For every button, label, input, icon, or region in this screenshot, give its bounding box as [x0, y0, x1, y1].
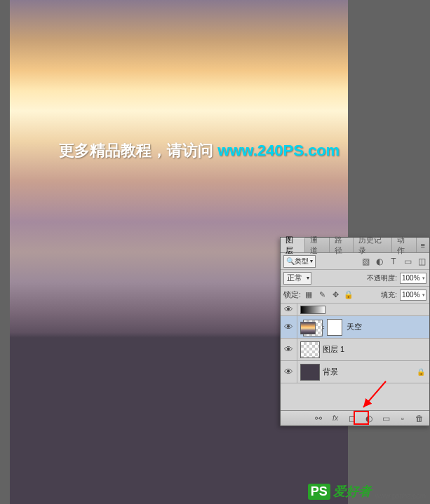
- chevron-down-icon: ▾: [307, 275, 309, 281]
- lock-transparent-icon[interactable]: ▦: [304, 290, 314, 300]
- layer-row-background[interactable]: 👁 背景 🔒: [281, 361, 429, 383]
- filter-shape-icon[interactable]: ▭: [403, 257, 412, 266]
- brand-logo: PS: [308, 484, 330, 500]
- layer-filter-row: 🔍 类型 ▾ ▧ ◐ T ▭ ◫: [281, 253, 429, 270]
- fill-value: 100%: [402, 291, 420, 299]
- layer-row-partial[interactable]: 👁: [281, 304, 429, 316]
- filter-smart-icon[interactable]: ◫: [417, 257, 426, 266]
- visibility-toggle[interactable]: 👁: [281, 361, 297, 383]
- new-layer-icon[interactable]: ▫: [397, 413, 408, 424]
- layer-fx-icon[interactable]: fx: [330, 413, 341, 424]
- layer-thumb-sky: [300, 322, 316, 334]
- filter-text-icon[interactable]: T: [389, 257, 398, 266]
- canvas-watermark: 更多精品教程，请访问 www.240PS.com: [59, 140, 340, 161]
- lock-row: 锁定: ▦ ✎ ✥ 🔒 填充: 100% ▾: [281, 287, 429, 304]
- brand-watermark: PS 爱好者 www.psahz.com: [308, 483, 426, 500]
- tab-paths[interactable]: 路径: [330, 238, 354, 252]
- filter-kind-dropdown[interactable]: 🔍 类型 ▾: [283, 255, 316, 268]
- tab-history[interactable]: 历史记录: [354, 238, 392, 252]
- new-group-icon[interactable]: ▭: [380, 413, 391, 424]
- lock-brush-icon[interactable]: ✎: [317, 290, 327, 300]
- filter-kind-label: 类型: [295, 257, 309, 266]
- brand-name: 爱好者: [333, 483, 371, 500]
- visibility-toggle[interactable]: 👁: [281, 304, 297, 315]
- link-layers-icon[interactable]: ⚯: [313, 413, 324, 424]
- layer-name: 图层 1: [323, 344, 344, 355]
- annotation-highlight: [354, 411, 369, 425]
- filter-pixel-icon[interactable]: ▧: [361, 257, 370, 266]
- tab-actions[interactable]: 动作: [392, 238, 417, 252]
- fill-label: 填充:: [381, 290, 397, 300]
- lock-icon: 🔒: [417, 368, 425, 376]
- watermark-url: www.240PS.com: [217, 142, 340, 159]
- layer-row-sky[interactable]: 👁 ⫘ 天空: [281, 316, 429, 339]
- opacity-value: 100%: [402, 274, 420, 282]
- tab-layers[interactable]: 图层: [281, 238, 305, 252]
- opacity-input[interactable]: 100% ▾: [400, 273, 426, 284]
- layer-thumb-background: [300, 364, 320, 381]
- panel-menu-icon[interactable]: ≡: [417, 241, 429, 250]
- brand-domain: www.psahz.com: [375, 492, 426, 500]
- layers-list: 👁 👁 ⫘ 天空 👁 图层 1 👁 背景 🔒: [281, 304, 429, 407]
- blend-mode-dropdown[interactable]: 正常 ▾: [283, 272, 311, 285]
- chevron-down-icon: ▾: [422, 275, 425, 281]
- layer-name: 背景: [323, 367, 338, 377]
- search-icon: 🔍: [286, 257, 295, 265]
- layers-panel: 图层 通道 路径 历史记录 动作 ≡ 🔍 类型 ▾ ▧ ◐ T ▭ ◫ 正常 ▾…: [280, 237, 430, 426]
- blend-mode-value: 正常: [287, 273, 302, 283]
- layer-name: 天空: [347, 322, 362, 332]
- lock-label: 锁定:: [283, 290, 301, 300]
- layer-row-layer1[interactable]: 👁 图层 1: [281, 339, 429, 361]
- watermark-text: 更多精品教程，请访问: [59, 142, 217, 159]
- opacity-label: 不透明度:: [367, 273, 397, 283]
- layer-thumb-transparent: [300, 341, 320, 358]
- fill-input[interactable]: 100% ▾: [400, 290, 426, 301]
- panel-tabs: 图层 通道 路径 历史记录 动作 ≡: [281, 238, 429, 253]
- layer-thumb-gradient: [300, 306, 325, 314]
- visibility-toggle[interactable]: 👁: [281, 339, 297, 360]
- blend-row: 正常 ▾ 不透明度: 100% ▾: [281, 270, 429, 287]
- visibility-toggle[interactable]: 👁: [281, 316, 297, 338]
- tab-channels[interactable]: 通道: [305, 238, 330, 252]
- lock-all-icon[interactable]: 🔒: [344, 290, 354, 300]
- lock-position-icon[interactable]: ✥: [330, 290, 340, 300]
- chevron-down-icon: ▾: [310, 258, 313, 264]
- layer-mask-thumb[interactable]: [327, 319, 342, 336]
- chevron-down-icon: ▾: [422, 292, 425, 298]
- delete-layer-icon[interactable]: 🗑: [414, 413, 425, 424]
- filter-adjust-icon[interactable]: ◐: [375, 257, 384, 266]
